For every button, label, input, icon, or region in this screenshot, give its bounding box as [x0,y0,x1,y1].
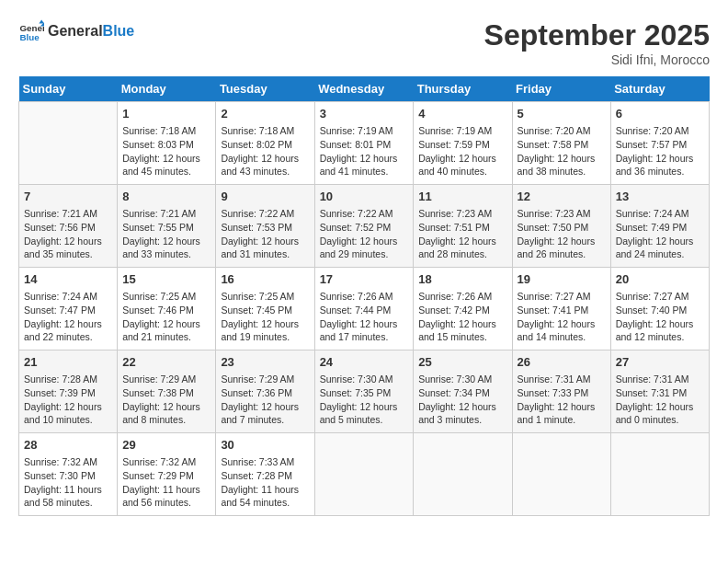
calendar-cell: 27Sunrise: 7:31 AM Sunset: 7:31 PM Dayli… [610,350,709,433]
header-wednesday: Wednesday [314,76,414,102]
calendar-cell: 3Sunrise: 7:19 AM Sunset: 8:01 PM Daylig… [314,102,414,185]
page-header: General Blue GeneralBlue September 2025 … [18,18,710,67]
week-row-5: 28Sunrise: 7:32 AM Sunset: 7:30 PM Dayli… [19,433,710,516]
calendar-cell: 26Sunrise: 7:31 AM Sunset: 7:33 PM Dayli… [512,350,610,433]
calendar-cell [610,433,709,516]
day-number: 16 [221,271,309,288]
calendar-cell: 2Sunrise: 7:18 AM Sunset: 8:02 PM Daylig… [216,102,314,185]
day-info: Sunrise: 7:27 AM Sunset: 7:40 PM Dayligh… [616,290,704,344]
header-saturday: Saturday [610,76,709,102]
location: Sidi Ifni, Morocco [484,52,710,67]
day-number: 25 [418,354,506,371]
calendar-cell: 12Sunrise: 7:23 AM Sunset: 7:50 PM Dayli… [512,185,610,268]
day-info: Sunrise: 7:32 AM Sunset: 7:30 PM Dayligh… [24,455,112,510]
day-info: Sunrise: 7:18 AM Sunset: 8:03 PM Dayligh… [122,124,210,178]
month-title: September 2025 [484,18,710,52]
calendar-cell: 22Sunrise: 7:29 AM Sunset: 7:38 PM Dayli… [118,350,216,433]
logo-icon: General Blue [18,18,44,44]
day-info: Sunrise: 7:20 AM Sunset: 7:57 PM Dayligh… [616,124,704,178]
day-number: 6 [616,106,704,122]
day-number: 8 [122,189,210,205]
header-tuesday: Tuesday [216,76,314,102]
day-info: Sunrise: 7:27 AM Sunset: 7:41 PM Dayligh… [518,290,606,344]
calendar-cell: 7Sunrise: 7:21 AM Sunset: 7:56 PM Daylig… [19,185,118,268]
calendar-cell: 30Sunrise: 7:33 AM Sunset: 7:28 PM Dayli… [216,433,314,516]
day-info: Sunrise: 7:20 AM Sunset: 7:58 PM Dayligh… [518,124,606,178]
day-info: Sunrise: 7:33 AM Sunset: 7:28 PM Dayligh… [221,455,309,510]
title-block: September 2025 Sidi Ifni, Morocco [484,18,710,67]
day-number: 27 [616,354,704,371]
day-number: 3 [320,106,409,122]
header-thursday: Thursday [414,76,512,102]
logo: General Blue GeneralBlue [18,18,134,44]
day-number: 20 [616,271,704,288]
day-info: Sunrise: 7:24 AM Sunset: 7:47 PM Dayligh… [24,290,112,344]
week-row-3: 14Sunrise: 7:24 AM Sunset: 7:47 PM Dayli… [19,268,710,350]
calendar-cell: 11Sunrise: 7:23 AM Sunset: 7:51 PM Dayli… [414,185,512,268]
day-number: 18 [418,271,506,288]
calendar-cell: 29Sunrise: 7:32 AM Sunset: 7:29 PM Dayli… [118,433,216,516]
day-info: Sunrise: 7:31 AM Sunset: 7:31 PM Dayligh… [616,373,704,427]
day-info: Sunrise: 7:23 AM Sunset: 7:50 PM Dayligh… [518,207,606,261]
day-number: 11 [418,189,506,205]
day-number: 5 [518,106,606,122]
day-number: 13 [616,189,704,205]
day-number: 10 [320,189,409,205]
day-number: 9 [221,189,309,205]
day-info: Sunrise: 7:30 AM Sunset: 7:34 PM Dayligh… [418,373,506,427]
calendar-cell: 19Sunrise: 7:27 AM Sunset: 7:41 PM Dayli… [512,268,610,350]
week-row-4: 21Sunrise: 7:28 AM Sunset: 7:39 PM Dayli… [19,350,710,433]
day-info: Sunrise: 7:18 AM Sunset: 8:02 PM Dayligh… [221,124,309,178]
day-number: 30 [221,437,309,454]
calendar-cell: 28Sunrise: 7:32 AM Sunset: 7:30 PM Dayli… [19,433,118,516]
day-number: 2 [221,106,309,122]
day-number: 15 [122,271,210,288]
day-info: Sunrise: 7:19 AM Sunset: 8:01 PM Dayligh… [320,124,409,178]
day-info: Sunrise: 7:26 AM Sunset: 7:44 PM Dayligh… [320,290,409,344]
day-info: Sunrise: 7:29 AM Sunset: 7:38 PM Dayligh… [122,373,210,427]
calendar-cell [314,433,414,516]
calendar-cell: 14Sunrise: 7:24 AM Sunset: 7:47 PM Dayli… [19,268,118,350]
header-friday: Friday [512,76,610,102]
day-info: Sunrise: 7:26 AM Sunset: 7:42 PM Dayligh… [418,290,506,344]
day-number: 23 [221,354,309,371]
calendar-cell: 18Sunrise: 7:26 AM Sunset: 7:42 PM Dayli… [414,268,512,350]
calendar-cell: 25Sunrise: 7:30 AM Sunset: 7:34 PM Dayli… [414,350,512,433]
week-row-1: 1Sunrise: 7:18 AM Sunset: 8:03 PM Daylig… [19,102,710,185]
day-number: 12 [518,189,606,205]
day-info: Sunrise: 7:32 AM Sunset: 7:29 PM Dayligh… [122,455,210,510]
day-info: Sunrise: 7:30 AM Sunset: 7:35 PM Dayligh… [320,373,409,427]
calendar-cell: 9Sunrise: 7:22 AM Sunset: 7:53 PM Daylig… [216,185,314,268]
calendar-cell: 4Sunrise: 7:19 AM Sunset: 7:59 PM Daylig… [414,102,512,185]
week-row-2: 7Sunrise: 7:21 AM Sunset: 7:56 PM Daylig… [19,185,710,268]
calendar-cell: 5Sunrise: 7:20 AM Sunset: 7:58 PM Daylig… [512,102,610,185]
day-number: 14 [24,271,112,288]
calendar-cell: 8Sunrise: 7:21 AM Sunset: 7:55 PM Daylig… [118,185,216,268]
day-number: 17 [320,271,409,288]
day-number: 7 [24,189,112,205]
svg-text:Blue: Blue [19,32,40,42]
day-info: Sunrise: 7:21 AM Sunset: 7:55 PM Dayligh… [122,207,210,261]
calendar-cell: 23Sunrise: 7:29 AM Sunset: 7:36 PM Dayli… [216,350,314,433]
day-number: 28 [24,437,112,454]
calendar-cell: 21Sunrise: 7:28 AM Sunset: 7:39 PM Dayli… [19,350,118,433]
day-number: 29 [122,437,210,454]
logo-text: GeneralBlue [48,22,134,40]
calendar-cell: 10Sunrise: 7:22 AM Sunset: 7:52 PM Dayli… [314,185,414,268]
calendar-header-row: SundayMondayTuesdayWednesdayThursdayFrid… [19,76,710,102]
day-info: Sunrise: 7:25 AM Sunset: 7:45 PM Dayligh… [221,290,309,344]
day-number: 4 [418,106,506,122]
day-info: Sunrise: 7:31 AM Sunset: 7:33 PM Dayligh… [518,373,606,427]
day-info: Sunrise: 7:28 AM Sunset: 7:39 PM Dayligh… [24,373,112,427]
day-info: Sunrise: 7:23 AM Sunset: 7:51 PM Dayligh… [418,207,506,261]
day-info: Sunrise: 7:29 AM Sunset: 7:36 PM Dayligh… [221,373,309,427]
day-info: Sunrise: 7:19 AM Sunset: 7:59 PM Dayligh… [418,124,506,178]
header-sunday: Sunday [19,76,118,102]
day-info: Sunrise: 7:21 AM Sunset: 7:56 PM Dayligh… [24,207,112,261]
calendar-cell [512,433,610,516]
day-number: 26 [518,354,606,371]
day-number: 1 [122,106,210,122]
day-info: Sunrise: 7:22 AM Sunset: 7:53 PM Dayligh… [221,207,309,261]
calendar-cell: 1Sunrise: 7:18 AM Sunset: 8:03 PM Daylig… [118,102,216,185]
calendar-cell: 6Sunrise: 7:20 AM Sunset: 7:57 PM Daylig… [610,102,709,185]
